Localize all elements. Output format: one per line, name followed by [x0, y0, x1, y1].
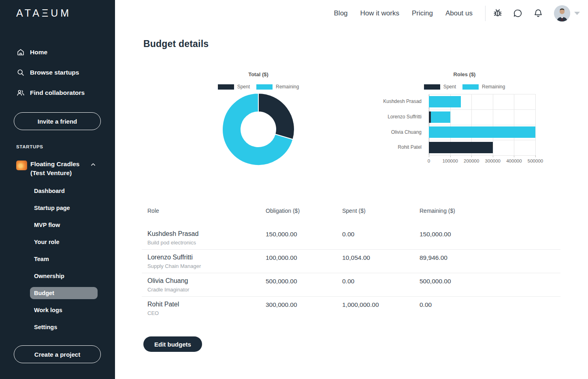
users-icon: [16, 88, 25, 97]
edit-budgets-button[interactable]: Edit budgets: [143, 336, 202, 352]
bar-remaining: [429, 126, 535, 138]
x-tick-label: 300000: [485, 158, 501, 163]
startup-group-toggle[interactable]: Floating Cradles (Test Venture): [16, 160, 105, 178]
nav-link-blog[interactable]: Blog: [334, 9, 348, 17]
sidebar-item-budget[interactable]: Budget: [30, 287, 98, 299]
role-cell: Lorenzo Suffritti Supply Chain Manager: [147, 253, 266, 269]
spent-swatch: [218, 84, 234, 90]
member-role: CEO: [147, 310, 266, 316]
spent-value: 0.00: [342, 230, 420, 246]
sidebar-item-find-collaborators[interactable]: Find collaborators: [0, 83, 115, 103]
remaining-value: 150,000.00: [420, 230, 560, 246]
obligation-value: 150,000.00: [266, 230, 342, 246]
gridline: [429, 94, 535, 94]
legend-label: Remaining: [482, 84, 505, 90]
chevron-up-icon[interactable]: [89, 161, 97, 168]
sidebar-item-label: Find collaborators: [30, 89, 85, 96]
category-label: Lorenzo Suffritti: [359, 109, 422, 125]
x-tick-label: 0: [428, 158, 430, 163]
legend-entry-spent: Spent: [424, 84, 456, 90]
spent-value: 10,054.00: [342, 253, 420, 269]
x-tick-label: 200000: [464, 158, 479, 163]
col-header-remaining: Remaining ($): [420, 208, 560, 214]
x-tick-label: 500000: [528, 158, 543, 163]
x-tick-label: 400000: [506, 158, 522, 163]
gridline: [535, 94, 536, 155]
x-tick-label: 100000: [442, 158, 458, 163]
member-name: Rohit Patel: [147, 300, 266, 308]
legend-entry-remaining: Remaining: [462, 84, 505, 90]
col-header-spent: Spent ($): [342, 208, 420, 214]
sidebar-item-home[interactable]: Home: [0, 42, 115, 62]
remaining-value: 89,946.00: [420, 253, 560, 269]
member-role: Cradle Imaginator: [147, 287, 266, 293]
remaining-value: 0.00: [420, 300, 560, 316]
startup-name-line1: Floating Cradles: [30, 160, 86, 169]
obligation-value: 500,000.00: [266, 277, 342, 293]
table-row: Rohit Patel CEO 300,000.00 1,000,000.00 …: [142, 296, 560, 320]
remaining-value: 500,000.00: [420, 277, 560, 293]
spent-value: 1,000,000.00: [342, 300, 420, 316]
sidebar-item-label: Browse startups: [30, 69, 79, 76]
sidebar-item-startup-page[interactable]: Startup page: [30, 202, 98, 214]
table-row: Lorenzo Suffritti Supply Chain Manager 1…: [142, 249, 560, 273]
gridline: [429, 155, 535, 156]
obligation-value: 300,000.00: [266, 300, 342, 316]
bar-spent: [429, 142, 493, 153]
bug-report-icon[interactable]: [492, 7, 504, 19]
sidebar-item-settings[interactable]: Settings: [30, 321, 98, 333]
sidebar-item-team[interactable]: Team: [30, 253, 98, 265]
remaining-swatch: [256, 84, 273, 90]
startup-subnav: Dashboard Startup page MVP flow Your rol…: [30, 185, 98, 338]
total-chart: Total ($) Spent Remaining: [185, 67, 331, 188]
startup-name-line2: (Test Venture): [30, 169, 86, 178]
gridline: [429, 125, 535, 125]
ataeum-logo[interactable]: ATAΞUM: [16, 7, 71, 19]
legend-entry-spent: Spent: [218, 84, 250, 90]
create-a-project-button[interactable]: Create a project: [14, 345, 101, 363]
tick-mark: [535, 155, 536, 157]
nav-link-pricing[interactable]: Pricing: [412, 9, 433, 17]
roles-bar-chart-plot: [429, 94, 535, 155]
budget-table: Role Obligation ($) Spent ($) Remaining …: [142, 203, 560, 320]
role-cell: Rohit Patel CEO: [147, 300, 266, 316]
nav-link-how-it-works[interactable]: How it works: [360, 9, 399, 17]
startup-logo: [16, 161, 27, 170]
sidebar-item-browse-startups[interactable]: Browse startups: [0, 62, 115, 83]
total-donut-chart: [222, 92, 295, 166]
sidebar-item-dashboard[interactable]: Dashboard: [30, 185, 98, 197]
sidebar-item-ownership[interactable]: Ownership: [30, 270, 98, 282]
table-row: Olivia Chuang Cradle Imaginator 500,000.…: [142, 273, 560, 296]
category-label: Kushdesh Prasad: [359, 94, 422, 109]
roles-chart-x-axis: 0100000200000300000400000500000: [429, 158, 535, 165]
user-avatar[interactable]: [554, 5, 570, 21]
member-name: Lorenzo Suffritti: [147, 253, 266, 261]
sidebar-item-label: Home: [30, 49, 47, 56]
bar-remaining: [429, 96, 461, 107]
sidebar-item-mvp-flow[interactable]: MVP flow: [30, 219, 98, 231]
role-cell: Kushdesh Prasad Build pod electronics: [147, 230, 266, 246]
spent-swatch: [424, 84, 440, 90]
topbar: Blog How it works Pricing About us: [115, 0, 588, 27]
charts-section: Total ($) Spent Remaining Roles ($) Spen…: [115, 67, 588, 188]
category-label: Rohit Patel: [359, 140, 422, 155]
startup-name: Floating Cradles (Test Venture): [30, 160, 86, 178]
sidebar-nav: Home Browse startups Find collaborators: [0, 42, 115, 103]
member-name: Kushdesh Prasad: [147, 230, 266, 238]
home-icon: [16, 48, 25, 57]
nav-link-about-us[interactable]: About us: [445, 9, 473, 17]
notifications-bell-icon[interactable]: [532, 7, 544, 19]
account-caret-down-icon[interactable]: [574, 12, 580, 15]
sidebar: ATAΞUM Home Browse startups Find collabo…: [0, 0, 115, 379]
col-header-role: Role: [147, 208, 266, 214]
member-name: Olivia Chuang: [147, 277, 266, 285]
gridline: [429, 109, 535, 110]
col-header-obligation: Obligation ($): [266, 208, 342, 214]
chat-icon[interactable]: [512, 7, 524, 19]
startups-section-label: STARTUPS: [16, 144, 43, 149]
invite-a-friend-button[interactable]: Invite a friend: [14, 112, 101, 130]
category-label: Olivia Chuang: [359, 125, 422, 140]
sidebar-item-your-role[interactable]: Your role: [30, 236, 98, 248]
roles-chart-legend: Spent Remaining: [359, 84, 570, 90]
sidebar-item-work-logs[interactable]: Work logs: [30, 304, 98, 316]
